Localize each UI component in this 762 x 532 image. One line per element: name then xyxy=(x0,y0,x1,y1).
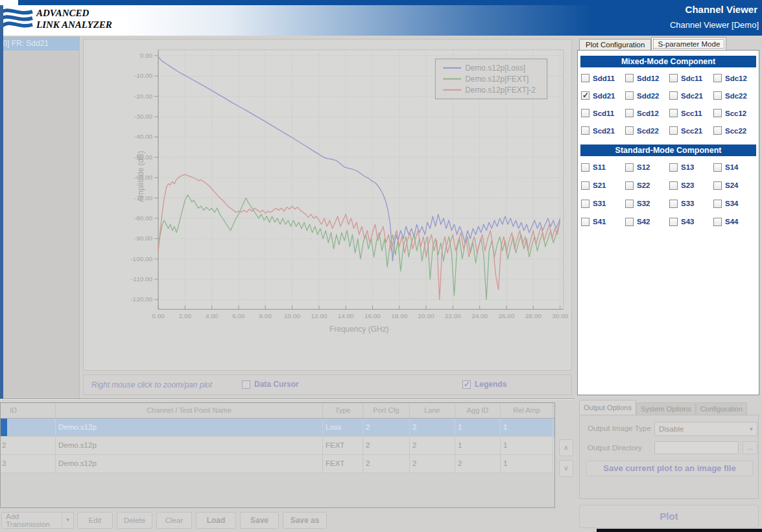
standard-s11-checkbox[interactable]: S11 xyxy=(581,158,625,176)
standard-s42-checkbox[interactable]: S42 xyxy=(625,213,669,231)
output-options-area: Output OptionsSystem OptionsConfiguratio… xyxy=(576,399,762,532)
checkbox-label: S34 xyxy=(725,200,738,207)
mixed-sdd21-checkbox[interactable]: Sdd21 xyxy=(581,87,625,104)
clear-button[interactable]: Clear xyxy=(156,512,192,529)
data-cursor-checkbox[interactable]: Data Cursor xyxy=(242,380,299,389)
browse-directory-button[interactable]: ... xyxy=(743,441,757,454)
mixed-sdc12-checkbox[interactable]: Sdc12 xyxy=(713,69,757,87)
cell-lane: 2 xyxy=(410,419,455,436)
standard-s34-checkbox[interactable]: S34 xyxy=(713,194,757,213)
column-header-lane: Lane xyxy=(410,403,455,418)
mixed-sdc22-checkbox[interactable]: Sdc22 xyxy=(713,87,757,104)
checkbox-box xyxy=(625,200,634,208)
checkbox-box xyxy=(625,109,634,117)
mixed-scc12-checkbox[interactable]: Scc12 xyxy=(713,104,757,122)
output-image-type-dropdown[interactable]: Disable ▼ xyxy=(654,422,757,436)
checkbox-label: S33 xyxy=(681,200,694,207)
logo-text: ADVANCED LINK ANALYZER xyxy=(36,8,112,30)
checkbox-label: S12 xyxy=(637,163,650,171)
cell-agg-id: 2 xyxy=(455,455,501,472)
checkbox-box xyxy=(581,181,589,190)
checkbox-label: Sdd22 xyxy=(637,92,660,100)
xtick-label: 4.00 xyxy=(206,312,219,319)
window-bottom-edge xyxy=(597,529,762,532)
cell-id: 2 xyxy=(1,437,56,454)
checkbox-box xyxy=(581,91,589,100)
table-row[interactable]: 1Demo.s12pLoss2211 xyxy=(1,419,554,437)
mixed-sdc21-checkbox[interactable]: Sdc21 xyxy=(669,87,713,104)
tab-s-parameter-mode[interactable]: S-parameter Mode xyxy=(651,37,726,51)
checkbox-box xyxy=(669,74,678,82)
mixed-scd11-checkbox[interactable]: Scd11 xyxy=(581,104,625,122)
ytick-label: -10.00 xyxy=(134,72,153,79)
xtick-label: 2.00 xyxy=(179,312,192,319)
tab-output-options[interactable]: Output Options xyxy=(579,400,636,415)
checkbox-label: S31 xyxy=(593,200,606,207)
legend-label: Demo.s12p[FEXT] xyxy=(465,75,529,84)
add-transmission-label: Add Transmission xyxy=(2,513,62,528)
mixed-scc22-checkbox[interactable]: Scc22 xyxy=(713,122,757,139)
legend-label: Demo.s12p[Loss] xyxy=(465,64,525,73)
mixed-sdd22-checkbox[interactable]: Sdd22 xyxy=(625,87,669,104)
checkbox-box xyxy=(713,181,722,190)
standard-s31-checkbox[interactable]: S31 xyxy=(581,194,625,213)
ytick-label: 0.00 xyxy=(140,52,153,59)
legends-checkbox[interactable]: Legends xyxy=(462,380,506,389)
output-options-panel: Output Image Type Disable ▼ Output Direc… xyxy=(579,415,759,499)
add-transmission-button[interactable]: Add Transmission ▼ xyxy=(1,512,74,529)
checkbox-box xyxy=(669,200,678,208)
standard-s13-checkbox[interactable]: S13 xyxy=(669,158,713,176)
move-row-up-button[interactable]: ∧ xyxy=(559,439,573,456)
checkbox-box xyxy=(669,181,678,190)
standard-s23-checkbox[interactable]: S23 xyxy=(669,176,713,194)
table-row[interactable]: 2Demo.s12pFEXT2211 xyxy=(1,437,554,455)
tab-system-options[interactable]: System Options xyxy=(636,402,696,415)
standard-s32-checkbox[interactable]: S32 xyxy=(625,194,669,213)
save-plot-image-button[interactable]: Save current plot to an image file xyxy=(586,461,753,476)
column-header-rel-amp: Rel Amp xyxy=(501,403,553,418)
xtick-label: 14.00 xyxy=(338,312,354,319)
mixed-scd21-checkbox[interactable]: Scd21 xyxy=(581,122,625,139)
table-row[interactable]: 3Demo.s12pFEXT2221 xyxy=(1,455,554,473)
save-button[interactable]: Save xyxy=(240,512,279,529)
channel-viewer-window: ADVANCED LINK ANALYZER Channel Viewer Ch… xyxy=(0,0,762,532)
standard-s44-checkbox[interactable]: S44 xyxy=(713,213,757,231)
checkbox-box xyxy=(625,218,634,226)
tab-configuration[interactable]: Configuration xyxy=(696,402,747,415)
mixed-sdc11-checkbox[interactable]: Sdc11 xyxy=(669,69,713,87)
checkbox-label: S21 xyxy=(593,181,606,189)
edit-button[interactable]: Edit xyxy=(77,512,113,529)
sidebar-item-0frsdd21[interactable]: [0] FR: Sdd21 xyxy=(3,37,79,51)
standard-s12-checkbox[interactable]: S12 xyxy=(625,158,669,176)
plot-panel[interactable]: 0.002.004.006.008.0010.0012.0014.0016.00… xyxy=(83,39,572,371)
mixed-sdd11-checkbox[interactable]: Sdd11 xyxy=(581,69,625,87)
standard-s43-checkbox[interactable]: S43 xyxy=(669,213,713,231)
checkbox-box xyxy=(713,126,722,135)
mixed-scd22-checkbox[interactable]: Scd22 xyxy=(625,122,669,139)
ytick-label: -30.00 xyxy=(134,113,153,120)
xtick-label: 28.00 xyxy=(525,312,542,319)
standard-s33-checkbox[interactable]: S33 xyxy=(669,194,713,213)
mixed-scc11-checkbox[interactable]: Scc11 xyxy=(669,104,713,122)
standard-s21-checkbox[interactable]: S21 xyxy=(581,176,625,194)
logo-line2: LINK ANALYZER xyxy=(36,19,112,31)
cell-rel-amp: 1 xyxy=(501,437,553,454)
load-button[interactable]: Load xyxy=(196,512,236,529)
cell-id: 3 xyxy=(1,455,56,472)
output-directory-field[interactable] xyxy=(654,441,739,454)
delete-button[interactable]: Delete xyxy=(117,512,152,529)
mixed-sdd12-checkbox[interactable]: Sdd12 xyxy=(625,69,669,87)
standard-s41-checkbox[interactable]: S41 xyxy=(581,213,625,231)
tab-plot-configuration[interactable]: Plot Configuration xyxy=(579,39,651,51)
checkbox-label: S24 xyxy=(725,181,738,189)
mixed-scc21-checkbox[interactable]: Scc21 xyxy=(669,122,713,139)
mixed-scd12-checkbox[interactable]: Scd12 xyxy=(625,104,669,122)
standard-s22-checkbox[interactable]: S22 xyxy=(625,176,669,194)
standard-s24-checkbox[interactable]: S24 xyxy=(713,176,757,194)
plot-button[interactable]: Plot xyxy=(579,505,759,528)
sparameter-mode-panel: Mixed-Mode Component Sdd11Sdd12Sdc11Sdc1… xyxy=(577,50,759,395)
sparameter-panel-area: Plot Configuration S-parameter Mode Mixe… xyxy=(575,36,762,400)
move-row-down-button[interactable]: ∨ xyxy=(559,460,573,477)
standard-s14-checkbox[interactable]: S14 xyxy=(713,158,757,176)
save-as-button[interactable]: Save as xyxy=(283,512,327,529)
